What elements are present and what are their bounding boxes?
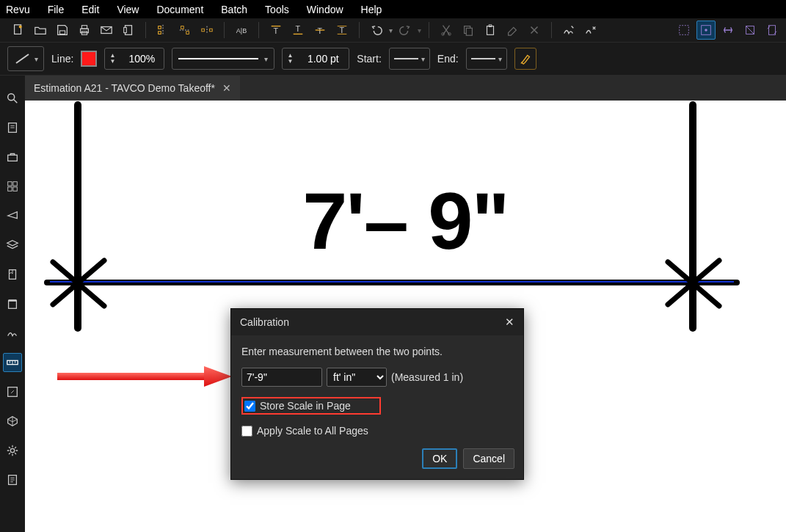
svg-point-40: [8, 94, 15, 101]
highlight-toggle[interactable]: [514, 48, 536, 70]
opacity-stepper[interactable]: ▲▼: [104, 48, 164, 70]
line-width-input[interactable]: [297, 53, 349, 65]
main-toolbar: A|B T T T T ▾ ▾: [0, 18, 786, 42]
align-left-icon[interactable]: [153, 21, 172, 40]
svg-text:T: T: [295, 24, 300, 33]
opacity-input[interactable]: [120, 53, 164, 65]
svg-rect-51: [9, 301, 17, 309]
cut-icon[interactable]: [437, 21, 456, 40]
line-width-stepper[interactable]: ▲▼: [282, 48, 349, 70]
search-icon[interactable]: [3, 89, 22, 108]
text-box-icon[interactable]: T: [332, 21, 352, 40]
svg-point-58: [10, 448, 14, 452]
distribute-icon[interactable]: [197, 21, 216, 40]
calibration-dialog: Calibration ✕ Enter measurement between …: [230, 308, 524, 480]
store-scale-checkbox[interactable]: [244, 401, 255, 412]
svg-text:T: T: [273, 26, 278, 35]
settings-icon[interactable]: [3, 441, 22, 460]
measurements-icon[interactable]: [3, 353, 22, 372]
signatures-icon[interactable]: [3, 324, 22, 343]
menu-batch[interactable]: Batch: [221, 4, 247, 15]
sign-icon[interactable]: [559, 21, 578, 40]
copy-icon[interactable]: [459, 21, 478, 40]
save-icon[interactable]: [53, 21, 72, 40]
menu-revu[interactable]: Revu: [6, 4, 30, 15]
forms-icon[interactable]: [3, 470, 22, 489]
svg-rect-10: [159, 32, 161, 34]
doc-props-icon[interactable]: [119, 21, 138, 40]
align-h-icon[interactable]: [175, 21, 194, 40]
menu-view[interactable]: View: [117, 4, 139, 15]
email-icon[interactable]: [97, 21, 116, 40]
close-tab-icon[interactable]: ✕: [222, 82, 231, 94]
erase-icon[interactable]: [503, 21, 522, 40]
apply-all-checkbox[interactable]: [241, 426, 252, 437]
layers-icon[interactable]: [3, 236, 22, 255]
text-align-icon[interactable]: A|B: [232, 21, 251, 40]
unit-select[interactable]: ft' in": [327, 368, 387, 387]
thumbnails-icon[interactable]: [3, 177, 22, 196]
dialog-title: Calibration: [240, 316, 289, 328]
snap-grid-icon[interactable]: [674, 21, 694, 40]
measurement-input[interactable]: [241, 368, 322, 387]
properties-icon[interactable]: [3, 294, 22, 313]
menu-tools[interactable]: Tools: [265, 4, 289, 15]
snap-markup-icon[interactable]: [718, 21, 738, 40]
properties-bar: ▾ Line: ▲▼ ▾ ▲▼ Start: ▾ End: ▾: [0, 42, 786, 76]
svg-rect-9: [159, 26, 161, 29]
cancel-button[interactable]: Cancel: [463, 448, 514, 469]
links-icon[interactable]: [3, 382, 22, 401]
snap-content-icon[interactable]: [696, 21, 716, 40]
menu-help[interactable]: Help: [361, 4, 382, 15]
ok-button[interactable]: OK: [422, 448, 457, 469]
measurement-text: 7'– 9": [302, 174, 508, 267]
sync-icon[interactable]: [763, 21, 782, 40]
print-icon[interactable]: [75, 21, 94, 40]
reuse-icon[interactable]: [740, 21, 760, 40]
menu-edit[interactable]: Edit: [81, 4, 99, 15]
toolchest-icon[interactable]: [3, 147, 22, 167]
svg-point-36: [705, 29, 707, 32]
svg-rect-15: [202, 29, 205, 32]
line-style-dropdown[interactable]: ▾: [172, 48, 274, 70]
svg-rect-8: [124, 27, 127, 32]
line-color-swatch[interactable]: [81, 51, 97, 67]
svg-rect-49: [13, 187, 17, 191]
new-doc-icon[interactable]: [9, 21, 28, 40]
annotation-arrow: [57, 365, 233, 388]
bookmarks-icon[interactable]: [3, 265, 22, 284]
menu-file[interactable]: File: [48, 4, 65, 15]
svg-rect-47: [13, 182, 17, 186]
end-label: End:: [437, 53, 459, 65]
open-icon[interactable]: [31, 21, 50, 40]
svg-rect-2: [59, 31, 65, 34]
svg-marker-69: [204, 366, 232, 387]
text-bottom-icon[interactable]: T: [288, 21, 308, 40]
delete-icon[interactable]: [525, 21, 544, 40]
line-tool-dropdown[interactable]: ▾: [7, 46, 44, 71]
text-top-icon[interactable]: T: [266, 21, 285, 40]
flag-icon[interactable]: [3, 206, 22, 225]
menu-window[interactable]: Window: [307, 4, 343, 15]
left-panel-strip: [0, 76, 25, 532]
dialog-close-icon[interactable]: ✕: [505, 316, 514, 329]
svg-rect-46: [8, 182, 12, 186]
end-cap-dropdown[interactable]: ▾: [466, 48, 507, 70]
start-label: Start:: [357, 53, 381, 65]
svg-rect-48: [8, 187, 12, 191]
file-access-icon[interactable]: [3, 118, 22, 137]
apply-all-row: Apply Scale to All Pages: [241, 425, 513, 437]
start-cap-dropdown[interactable]: ▾: [389, 48, 430, 70]
document-tab[interactable]: Estimation A21 - TAVCO Demo Takeoff* ✕: [25, 76, 240, 101]
undo-icon[interactable]: [367, 21, 386, 40]
sign-x-icon[interactable]: [581, 21, 600, 40]
text-strike-icon[interactable]: T: [310, 21, 330, 40]
redo-icon[interactable]: [396, 21, 415, 40]
menu-document[interactable]: Document: [156, 4, 203, 15]
svg-rect-4: [81, 26, 87, 29]
paste-icon[interactable]: [481, 21, 500, 40]
dialog-instruction: Enter measurement between the two points…: [241, 346, 513, 357]
menu-bar: Revu File Edit View Document Batch Tools…: [0, 0, 786, 18]
3d-icon[interactable]: [3, 412, 22, 431]
measured-label: (Measured 1 in): [391, 371, 463, 383]
